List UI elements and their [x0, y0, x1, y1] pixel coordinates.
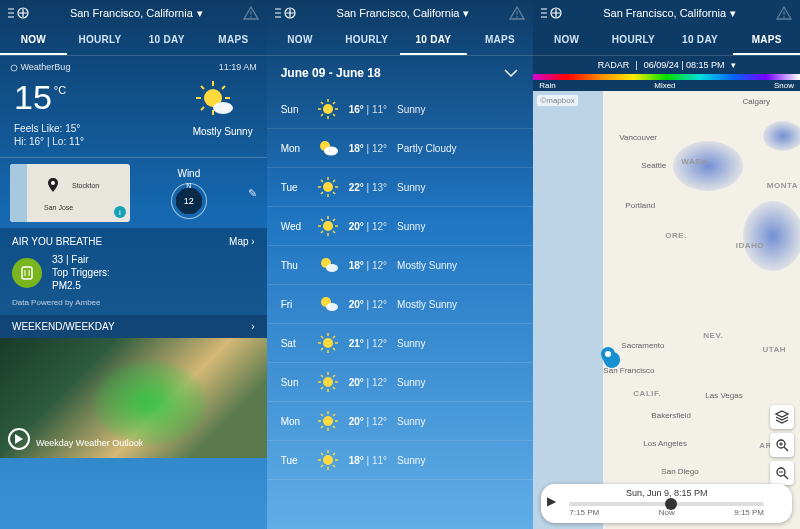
- air-triggers-label: Top Triggers:: [52, 266, 110, 279]
- weekend-thumbnail[interactable]: Weekday Weather Outlook: [0, 338, 267, 458]
- forecast-row[interactable]: Sun16° | 11°Sunny: [267, 90, 534, 129]
- location-selector[interactable]: San Francisco, California ▾: [303, 7, 504, 20]
- svg-line-29: [321, 114, 323, 116]
- svg-point-92: [783, 16, 785, 18]
- spectrum-rain: Rain: [539, 81, 555, 90]
- tabs: NOW HOURLY 10 DAY MAPS: [267, 26, 534, 56]
- state-label: NEV.: [703, 331, 723, 340]
- tab-hourly[interactable]: HOURLY: [67, 26, 134, 55]
- day-name: Thu: [281, 260, 307, 271]
- play-icon[interactable]: ▶: [547, 494, 556, 508]
- day-temps: 22° | 13°: [349, 182, 387, 193]
- svg-line-48: [333, 219, 335, 221]
- tab-now[interactable]: NOW: [533, 26, 600, 55]
- alert-icon[interactable]: [243, 6, 259, 20]
- location-selector[interactable]: San Francisco, California ▾: [36, 7, 237, 20]
- timeline-start: 7:15 PM: [569, 508, 599, 517]
- location-selector[interactable]: San Francisco, California ▾: [569, 7, 770, 20]
- menu-logo-icon[interactable]: [8, 6, 30, 20]
- chevron-down-icon: ▾: [463, 7, 469, 20]
- tab-10day[interactable]: 10 DAY: [133, 26, 200, 55]
- radar-label: RADAR: [598, 60, 630, 70]
- tab-maps[interactable]: MAPS: [200, 26, 267, 55]
- day-temps: 20° | 12°: [349, 221, 387, 232]
- tab-now[interactable]: NOW: [267, 26, 334, 55]
- play-icon[interactable]: [8, 428, 30, 450]
- layers-button[interactable]: [770, 405, 794, 429]
- tab-10day[interactable]: 10 DAY: [400, 26, 467, 55]
- wind-compass: 12: [171, 183, 207, 219]
- zoom-in-button[interactable]: [770, 433, 794, 457]
- timeline-track[interactable]: [569, 502, 764, 506]
- city-label: Los Angeles: [643, 439, 687, 448]
- svg-point-51: [326, 264, 338, 272]
- mini-map[interactable]: Stockton San Jose i: [10, 164, 130, 222]
- air-map-link[interactable]: Map ›: [229, 236, 255, 247]
- zoom-out-button[interactable]: [770, 461, 794, 485]
- forecast-row[interactable]: Wed20° | 12°Sunny: [267, 207, 534, 246]
- day-desc: Partly Cloudy: [397, 143, 456, 154]
- wind-card[interactable]: Stockton San Jose i Wind 12 ✎: [0, 158, 267, 228]
- svg-point-63: [323, 377, 333, 387]
- tab-hourly[interactable]: HOURLY: [600, 26, 667, 55]
- forecast-row[interactable]: Fri20° | 12°Mostly Sunny: [267, 285, 534, 324]
- header: San Francisco, California ▾: [0, 0, 267, 26]
- svg-line-95: [784, 447, 788, 451]
- weather-icon: [317, 98, 339, 120]
- day-desc: Mostly Sunny: [397, 299, 457, 310]
- state-label: CALIF.: [633, 389, 661, 398]
- feels-like: Feels Like: 15°: [14, 123, 193, 134]
- weather-icon: [317, 410, 339, 432]
- svg-line-26: [321, 102, 323, 104]
- svg-line-59: [321, 336, 323, 338]
- radar-timeline[interactable]: ▶ Sun, Jun 9, 8:15 PM 7:15 PM Now 9:15 P…: [541, 484, 792, 523]
- timeline-date: Sun, Jun 9, 8:15 PM: [551, 488, 782, 498]
- tab-hourly[interactable]: HOURLY: [333, 26, 400, 55]
- forecast-row[interactable]: Mon20° | 12°Sunny: [267, 402, 534, 441]
- svg-line-60: [333, 348, 335, 350]
- city-label: Portland: [625, 201, 655, 210]
- tab-10day[interactable]: 10 DAY: [667, 26, 734, 55]
- air-attribution: Data Powered by Ambee: [12, 298, 255, 307]
- now-content: WeatherBug 11:19 AM 15°C Feels Like: 15°…: [0, 56, 267, 529]
- tabs: NOW HOURLY 10 DAY MAPS: [0, 26, 267, 56]
- svg-line-28: [333, 102, 335, 104]
- forecast-row[interactable]: Sun20° | 12°Sunny: [267, 363, 534, 402]
- alert-icon[interactable]: [776, 6, 792, 20]
- day-name: Wed: [281, 221, 307, 232]
- city-label: Stockton: [72, 182, 99, 189]
- radar-map[interactable]: ©mapbox Calgary Vancouver Seattle Portla…: [533, 91, 800, 529]
- tab-maps[interactable]: MAPS: [467, 26, 534, 55]
- air-quality-card[interactable]: AIR YOU BREATHE Map › 33 | Fair Top Trig…: [0, 228, 267, 315]
- state-label: MONTA: [767, 181, 798, 190]
- svg-line-12: [201, 107, 204, 110]
- mapbox-attribution: ©mapbox: [537, 95, 577, 106]
- weekend-card[interactable]: WEEKEND/WEEKDAY › Weekday Weather Outloo…: [0, 315, 267, 458]
- forecast-row[interactable]: Thu18° | 12°Mostly Sunny: [267, 246, 534, 285]
- city-label: Las Vegas: [705, 391, 742, 400]
- forecast-row[interactable]: Tue22° | 13°Sunny: [267, 168, 534, 207]
- date-range-header[interactable]: June 09 - June 18: [267, 56, 534, 90]
- forecast-row[interactable]: Sat21° | 12°Sunny: [267, 324, 534, 363]
- menu-logo-icon[interactable]: [541, 6, 563, 20]
- forecast-row[interactable]: Mon18° | 12°Partly Cloudy: [267, 129, 534, 168]
- svg-line-70: [333, 375, 335, 377]
- tab-now[interactable]: NOW: [0, 26, 67, 55]
- header: San Francisco, California ▾: [267, 0, 534, 26]
- alert-icon[interactable]: [509, 6, 525, 20]
- forecast-row[interactable]: Tue18° | 11°Sunny: [267, 441, 534, 480]
- timeline-knob[interactable]: [665, 498, 677, 510]
- info-icon[interactable]: i: [114, 206, 126, 218]
- weekend-caption: Weekday Weather Outlook: [36, 438, 143, 448]
- edit-icon[interactable]: ✎: [248, 187, 257, 200]
- state-label: IDAHO: [736, 241, 764, 250]
- hilo: Hi: 16° | Lo: 11°: [14, 136, 193, 147]
- chevron-down-icon[interactable]: ▾: [731, 60, 736, 70]
- state-label: UTAH: [762, 345, 786, 354]
- svg-point-13: [213, 102, 233, 114]
- day-desc: Mostly Sunny: [397, 260, 457, 271]
- menu-logo-icon[interactable]: [275, 6, 297, 20]
- svg-line-61: [333, 336, 335, 338]
- svg-point-20: [517, 16, 519, 18]
- tab-maps[interactable]: MAPS: [733, 26, 800, 55]
